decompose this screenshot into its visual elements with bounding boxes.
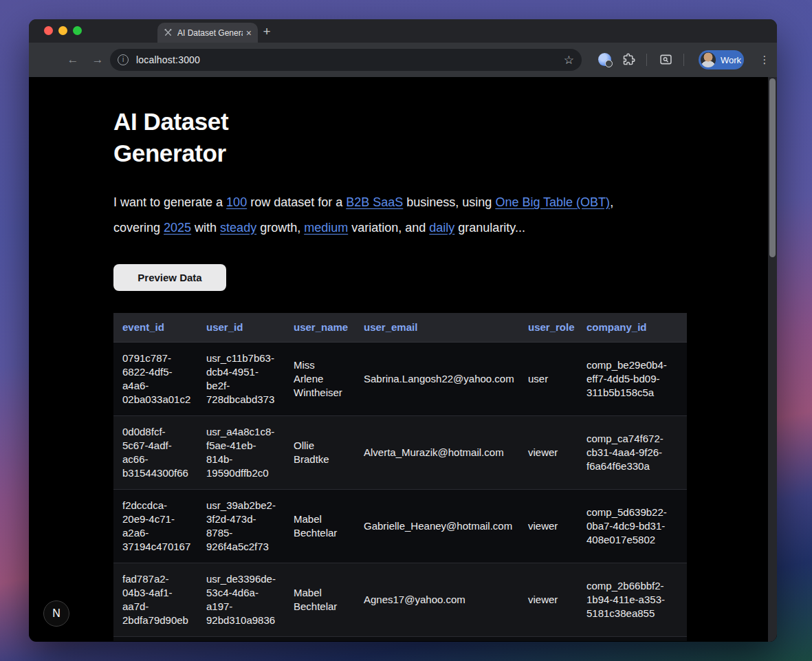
cell-event_id: fad787a2-04b3-4af1-aa7d-2bdfa79d90eb <box>113 563 197 636</box>
prompt-link[interactable]: B2B SaaS <box>346 195 403 209</box>
tab-strip: AI Dataset Generator × + <box>29 19 777 43</box>
prompt-text: with <box>191 221 220 235</box>
cell-clipped: l <box>678 342 687 415</box>
tab-close-icon[interactable]: × <box>246 28 252 38</box>
prompt-link[interactable]: medium <box>304 221 348 235</box>
cell-user_id: usr_39ab2be2-3f2d-473d-8785-926f4a5c2f73 <box>197 489 285 563</box>
browser-tab[interactable]: AI Dataset Generator × <box>157 23 258 43</box>
prompt-link[interactable]: daily <box>429 221 454 235</box>
prompt-text: variation, and <box>348 221 429 235</box>
tab-title: AI Dataset Generator <box>177 28 243 38</box>
cell-event_id: 8b708f2b-3817-4c5a- <box>113 636 197 641</box>
cell-user_role: viewer <box>519 563 578 636</box>
cell-clipped: l <box>678 489 687 563</box>
forward-icon[interactable]: → <box>89 52 106 68</box>
cell-user_id: usr_a4a8c1c8-f5ae-41eb-814b-19590dffb2c0 <box>197 415 285 489</box>
table-row: 0791c787-6822-4df5-a4a6-02ba033a01c2usr_… <box>113 342 687 415</box>
extensions-puzzle-icon[interactable] <box>622 52 637 67</box>
url-bar[interactable]: i localhost:3000 ☆ <box>110 49 582 71</box>
menu-kebab-icon[interactable]: ⋮ <box>756 52 773 68</box>
toolbar-divider <box>646 54 647 66</box>
cell-clipped: l <box>678 415 687 489</box>
nextjs-dev-badge[interactable]: N <box>43 600 69 627</box>
table-row: fad787a2-04b3-4af1-aa7d-2bdfa79d90ebusr_… <box>113 563 687 636</box>
tools-favicon-icon <box>164 28 173 37</box>
column-header-user_role: user_role <box>519 313 578 342</box>
cell-company_id: 5966e58c-69df-42a7-b47f <box>578 636 678 641</box>
cell-company_id: comp_be29e0b4-eff7-4dd5-bd09-311b5b158c5… <box>578 342 678 415</box>
cell-event_id: f2dccdca-20e9-4c71-a2a6-37194c470167 <box>113 489 197 563</box>
cell-user_role: user <box>519 342 578 415</box>
table-row: 0d0d8fcf-5c67-4adf-ac66-b31544300f66usr_… <box>113 415 687 489</box>
cell-user_name: Ollie Bradtke <box>285 415 355 489</box>
column-header-user_name: user_name <box>285 313 355 342</box>
close-window-button[interactable] <box>44 26 53 35</box>
cell-user_email: Alverta_Murazik@hotmail.com <box>355 415 519 489</box>
page-title: AI Dataset Generator <box>113 106 340 169</box>
back-icon[interactable]: ← <box>65 52 81 68</box>
prompt-text: granularity... <box>454 221 525 235</box>
column-header-user_email: user_email <box>355 313 519 342</box>
page-scrollbar[interactable] <box>768 77 777 642</box>
prompt-text: row dataset for a <box>247 195 346 209</box>
cell-user_role: viewer <box>519 415 578 489</box>
site-info-icon[interactable]: i <box>118 54 129 65</box>
table-row: f2dccdca-20e9-4c71-a2a6-37194c470167usr_… <box>113 489 687 563</box>
minimize-window-button[interactable] <box>58 26 67 35</box>
cell-event_id: 0791c787-6822-4df5-a4a6-02ba033a01c2 <box>113 342 197 415</box>
prompt-link[interactable]: 2025 <box>164 221 191 235</box>
cell-user_email: Agnes17@yahoo.com <box>355 636 519 641</box>
column-header-user_id: user_id <box>197 313 285 342</box>
cell-user_name: Mabel Bechtelar <box>285 489 355 563</box>
new-tab-button[interactable]: + <box>259 23 275 40</box>
browser-toolbar: ← → i localhost:3000 ☆ <box>29 43 777 77</box>
cell-user_id: 710fdb62-248b-4a4f- <box>197 636 285 641</box>
prompt-link[interactable]: steady <box>220 221 256 235</box>
cell-user_email: Sabrina.Langosh22@yahoo.com <box>355 342 519 415</box>
cell-user_name: Miss Arlene <box>285 636 355 641</box>
scrollbar-thumb[interactable] <box>769 78 776 257</box>
table-row: 8b708f2b-3817-4c5a-710fdb62-248b-4a4f-Mi… <box>113 636 687 641</box>
column-header-clipped: c <box>678 313 687 342</box>
column-header-company_id: company_id <box>578 313 678 342</box>
page-content: AI Dataset Generator I want to generate … <box>29 77 777 642</box>
data-table-container[interactable]: event_iduser_iduser_nameuser_emailuser_r… <box>113 313 687 641</box>
prompt-link[interactable]: One Big Table (OBT) <box>495 195 610 209</box>
prompt-text: business, using <box>403 195 495 209</box>
data-table: event_iduser_iduser_nameuser_emailuser_r… <box>113 313 687 641</box>
password-extension-icon[interactable] <box>598 53 611 66</box>
cell-company_id: comp_5d639b22-0ba7-4dc9-bd31-408e017e580… <box>578 489 678 563</box>
cell-event_id: 0d0d8fcf-5c67-4adf-ac66-b31544300f66 <box>113 415 197 489</box>
traffic-lights <box>44 26 82 35</box>
avatar <box>701 52 716 67</box>
cell-user_email: Agnes17@yahoo.com <box>355 563 519 636</box>
cell-user_role: user <box>519 636 578 641</box>
prompt-sentence: I want to generate a 100 row dataset for… <box>113 190 663 240</box>
zoom-window-button[interactable] <box>73 26 82 35</box>
column-header-event_id: event_id <box>113 313 197 342</box>
cell-company_id: comp_2b66bbf2-1b94-411e-a353-5181c38ea85… <box>578 563 678 636</box>
preview-data-button[interactable]: Preview Data <box>113 264 226 291</box>
cell-company_id: comp_ca74f672-cb31-4aa4-9f26-f6a64f6e330… <box>578 415 678 489</box>
table-header-row: event_iduser_iduser_nameuser_emailuser_r… <box>113 313 687 342</box>
prompt-text: I want to generate a <box>113 195 226 209</box>
browser-window: AI Dataset Generator × + ← → i localhost… <box>29 19 777 642</box>
cell-clipped: l <box>678 563 687 636</box>
bookmark-star-icon[interactable]: ☆ <box>564 53 574 67</box>
cell-user_name: Mabel Bechtelar <box>285 563 355 636</box>
cell-user_id: usr_de3396de-53c4-4d6a-a197-92bd310a9836 <box>197 563 285 636</box>
profile-chip[interactable]: Work <box>699 50 744 69</box>
prompt-text: growth, <box>256 221 304 235</box>
cell-clipped <box>678 636 687 641</box>
cell-user_name: Miss Arlene Wintheiser <box>285 342 355 415</box>
cell-user_id: usr_c11b7b63-dcb4-4951-be2f-728dbcabd373 <box>197 342 285 415</box>
toolbar-divider <box>683 54 684 66</box>
url-text: localhost:3000 <box>136 54 200 65</box>
profile-label: Work <box>721 55 741 65</box>
side-panel-search-icon[interactable] <box>659 52 674 67</box>
cell-user_role: viewer <box>519 489 578 563</box>
cell-user_email: Gabrielle_Heaney@hotmail.com <box>355 489 519 563</box>
prompt-link[interactable]: 100 <box>226 195 247 209</box>
